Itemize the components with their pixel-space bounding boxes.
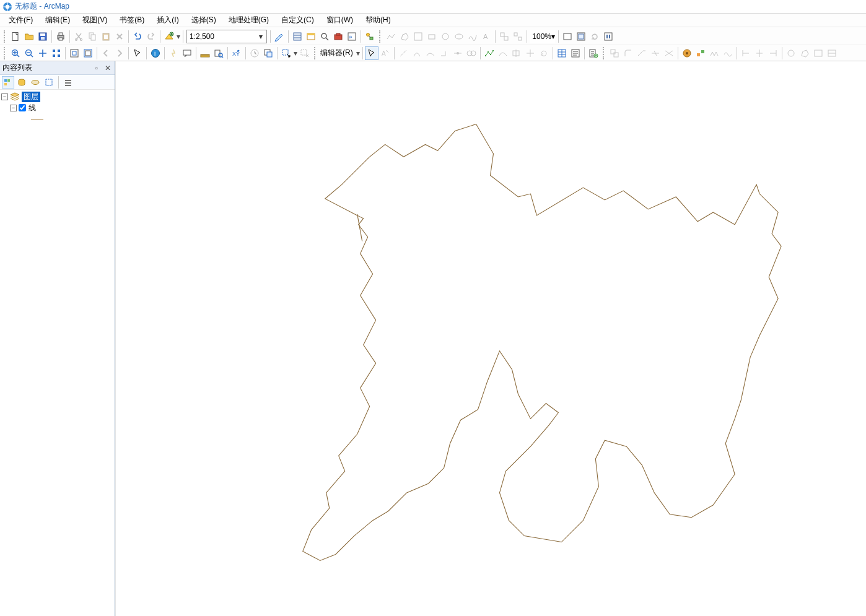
select-elements-icon[interactable] — [131, 46, 144, 60]
sketch-properties-icon[interactable] — [569, 46, 582, 60]
fixed-zoom-in-icon[interactable] — [68, 46, 81, 60]
html-popup-icon[interactable] — [180, 46, 194, 60]
menu-file[interactable]: 文件(F) — [2, 14, 39, 27]
menu-bookmarks[interactable]: 书签(B) — [113, 14, 151, 27]
fillet-icon[interactable] — [621, 46, 635, 60]
editor-menu-dropdown-icon[interactable]: ▾ — [356, 46, 361, 60]
layer-name-label[interactable]: 线 — [28, 103, 36, 113]
arc-toolbox-icon[interactable] — [331, 30, 345, 43]
layer-visibility-checkbox[interactable] — [19, 104, 26, 111]
map-scale-combo[interactable]: ▾ — [186, 30, 267, 43]
sketch-ellipse-icon[interactable] — [452, 30, 466, 43]
pan-icon[interactable] — [36, 46, 50, 60]
menu-edit[interactable]: 编辑(E) — [39, 14, 76, 27]
smooth-icon[interactable] — [721, 46, 735, 60]
collapse-toggle-icon[interactable]: − — [10, 105, 17, 111]
data-view-icon[interactable] — [561, 30, 574, 43]
delete-icon[interactable] — [113, 30, 126, 43]
hyperlink-icon[interactable] — [167, 46, 180, 60]
group-icon[interactable] — [497, 30, 511, 43]
line-intersection-icon[interactable] — [662, 46, 676, 60]
sketch-rect-icon[interactable] — [425, 30, 439, 43]
select-by-rectangle-icon[interactable] — [279, 46, 293, 60]
cut-polygons-icon[interactable] — [510, 46, 523, 60]
edit-tool-icon[interactable] — [365, 46, 378, 60]
menu-geoprocessing[interactable]: 地理处理(G) — [222, 14, 275, 27]
identify-icon[interactable]: i — [149, 46, 162, 60]
list-by-source-icon[interactable] — [15, 76, 28, 89]
add-data-dropdown-icon[interactable]: ▾ — [176, 30, 181, 43]
list-by-drawing-order-icon[interactable] — [2, 76, 14, 89]
edit-vertices-icon[interactable] — [483, 46, 496, 60]
toc-symbol-row[interactable] — [1, 113, 113, 124]
new-document-icon[interactable] — [9, 30, 22, 43]
extend-icon[interactable] — [635, 46, 649, 60]
redo-icon[interactable] — [144, 30, 158, 43]
align-to-shape-icon[interactable] — [753, 46, 766, 60]
map-scale-input[interactable] — [188, 32, 256, 41]
menu-insert[interactable]: 插入(I) — [151, 14, 185, 27]
chevron-down-icon[interactable]: ▾ — [551, 32, 555, 41]
draw-zoom-input[interactable] — [530, 32, 551, 41]
pause-drawing-icon[interactable] — [601, 30, 615, 43]
end-point-arc-icon[interactable] — [410, 46, 424, 60]
construct-icon[interactable] — [694, 46, 707, 60]
midpoint-icon[interactable] — [451, 46, 465, 60]
zoom-in-icon[interactable] — [9, 46, 22, 60]
create-viewer-icon[interactable] — [261, 46, 275, 60]
toolbar-grip-icon[interactable] — [314, 47, 317, 59]
ungroup-icon[interactable] — [511, 30, 525, 43]
time-slider-icon[interactable] — [248, 46, 261, 60]
search-window-icon[interactable] — [318, 30, 331, 43]
add-data-icon[interactable] — [162, 30, 176, 43]
attributes-icon[interactable] — [555, 46, 569, 60]
sketch-line-icon[interactable] — [384, 30, 398, 43]
paste-icon[interactable] — [99, 30, 113, 43]
trim-icon[interactable] — [649, 46, 662, 60]
sketch-text-icon[interactable]: A — [479, 30, 493, 43]
list-by-selection-icon[interactable] — [43, 76, 55, 89]
align-edge-icon[interactable] — [739, 46, 753, 60]
fixed-zoom-out-icon[interactable] — [81, 46, 95, 60]
right-angle-icon[interactable] — [437, 46, 451, 60]
toc-layer-row[interactable]: − 线 — [1, 102, 113, 113]
select-features-dropdown-icon[interactable]: ▾ — [293, 46, 298, 60]
open-folder-icon[interactable] — [22, 30, 36, 43]
toc-options-icon[interactable] — [62, 76, 74, 89]
split-polygons-icon[interactable] — [811, 46, 825, 60]
menu-selection[interactable]: 选择(S) — [185, 14, 222, 27]
chevron-down-icon[interactable]: ▾ — [256, 32, 265, 41]
sketch-circle-icon[interactable] — [439, 30, 452, 43]
collapse-toggle-icon[interactable]: − — [1, 93, 8, 100]
toolbar-grip-icon[interactable] — [4, 47, 7, 59]
clear-selection-icon[interactable] — [298, 46, 312, 60]
table-of-contents-icon[interactable] — [291, 30, 304, 43]
edit-annotation-icon[interactable]: A — [378, 46, 392, 60]
line-symbol-icon[interactable] — [31, 119, 43, 119]
rotate-icon[interactable] — [537, 46, 551, 60]
sketch-freehand-icon[interactable] — [466, 30, 479, 43]
layout-view-icon[interactable] — [574, 30, 588, 43]
refresh-view-icon[interactable] — [588, 30, 601, 43]
full-extent-icon[interactable] — [50, 46, 63, 60]
next-extent-icon[interactable] — [113, 46, 126, 60]
toolbar-grip-icon[interactable] — [603, 47, 606, 59]
catalog-window-icon[interactable] — [304, 30, 318, 43]
measure-icon[interactable] — [198, 46, 212, 60]
menu-windows[interactable]: 窗口(W) — [320, 14, 359, 27]
toc-root-row[interactable]: − 图层 — [1, 91, 113, 102]
planarize-icon[interactable] — [825, 46, 839, 60]
map-view[interactable] — [115, 61, 866, 616]
straight-segment-icon[interactable] — [396, 46, 410, 60]
prev-extent-icon[interactable] — [99, 46, 113, 60]
toolbar-grip-icon[interactable] — [379, 30, 382, 43]
generalize-icon[interactable] — [707, 46, 721, 60]
find-icon[interactable] — [212, 46, 225, 60]
cut-icon[interactable] — [72, 30, 85, 43]
editor-toolbar-icon[interactable] — [273, 30, 286, 43]
menu-help[interactable]: 帮助(H) — [359, 14, 397, 27]
save-icon[interactable] — [36, 30, 50, 43]
list-by-visibility-icon[interactable] — [29, 76, 42, 89]
sketch-polygon-icon[interactable] — [398, 30, 411, 43]
construct-polygons-icon[interactable] — [798, 46, 811, 60]
